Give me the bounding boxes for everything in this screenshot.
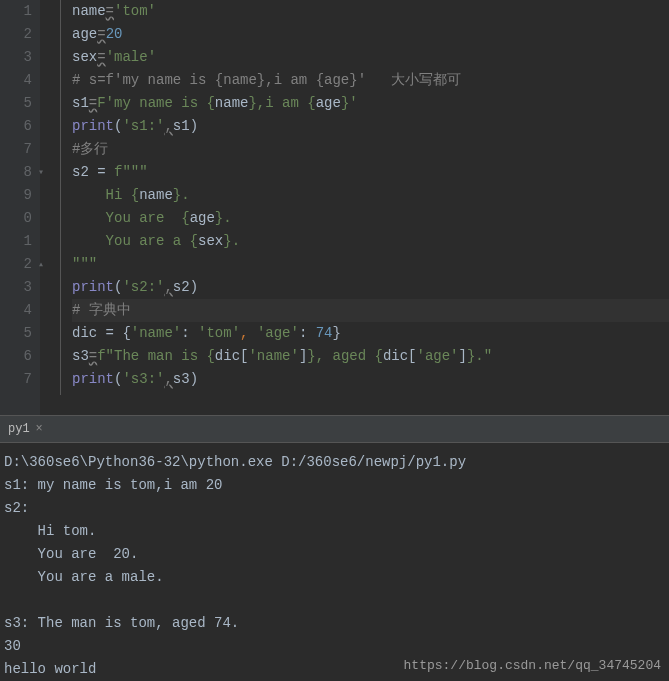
line-number: 8▾ bbox=[0, 161, 32, 184]
line-number: 5 bbox=[0, 92, 32, 115]
tab-label: py1 bbox=[8, 422, 30, 436]
line-number: 1 bbox=[0, 0, 32, 23]
code-line[interactable]: You are a {sex}. bbox=[72, 230, 669, 253]
line-number: 0 bbox=[0, 207, 32, 230]
console-tab[interactable]: py1 × bbox=[0, 416, 51, 442]
code-line[interactable]: s1=F'my name is {name},i am {age}' bbox=[72, 92, 669, 115]
line-number: 2 bbox=[0, 23, 32, 46]
code-line[interactable]: s3=f"The man is {dic['name']}, aged {dic… bbox=[72, 345, 669, 368]
console-line: You are a male. bbox=[4, 566, 665, 589]
line-number: 2▴ bbox=[0, 253, 32, 276]
line-gutter: 12345678▾9012▴34567 bbox=[0, 0, 40, 415]
console-line: 30 bbox=[4, 635, 665, 658]
console-line bbox=[4, 589, 665, 612]
code-line[interactable]: Hi {name}. bbox=[72, 184, 669, 207]
code-line[interactable]: # 字典中 bbox=[72, 299, 669, 322]
code-line[interactable]: print('s1:',s1) bbox=[72, 115, 669, 138]
code-line[interactable]: # s=f'my name is {name},i am {age}' 大小写都… bbox=[72, 69, 669, 92]
line-number: 6 bbox=[0, 345, 32, 368]
line-number: 4 bbox=[0, 69, 32, 92]
code-line[interactable]: sex='male' bbox=[72, 46, 669, 69]
console-line: s3: The man is tom, aged 74. bbox=[4, 612, 665, 635]
console-line: You are 20. bbox=[4, 543, 665, 566]
code-area[interactable]: name='tom'age=20sex='male'# s=f'my name … bbox=[40, 0, 669, 415]
code-line[interactable]: s2 = f""" bbox=[72, 161, 669, 184]
console-line: s2: bbox=[4, 497, 665, 520]
code-line[interactable]: print('s3:',s3) bbox=[72, 368, 669, 391]
console-line: Hi tom. bbox=[4, 520, 665, 543]
code-line[interactable]: print('s2:',s2) bbox=[72, 276, 669, 299]
console-tab-bar: py1 × bbox=[0, 415, 669, 443]
line-number: 7 bbox=[0, 138, 32, 161]
line-number: 3 bbox=[0, 276, 32, 299]
code-line[interactable]: name='tom' bbox=[72, 0, 669, 23]
line-number: 6 bbox=[0, 115, 32, 138]
close-icon[interactable]: × bbox=[36, 422, 43, 436]
line-number: 4 bbox=[0, 299, 32, 322]
console-line: D:\360se6\Python36-32\python.exe D:/360s… bbox=[4, 451, 665, 474]
code-line[interactable]: """ bbox=[72, 253, 669, 276]
console-line: s1: my name is tom,i am 20 bbox=[4, 474, 665, 497]
code-line[interactable]: dic = {'name': 'tom', 'age': 74} bbox=[72, 322, 669, 345]
code-line[interactable]: #多行 bbox=[72, 138, 669, 161]
line-number: 7 bbox=[0, 368, 32, 391]
line-number: 5 bbox=[0, 322, 32, 345]
code-editor[interactable]: 12345678▾9012▴34567 name='tom'age=20sex=… bbox=[0, 0, 669, 415]
code-line[interactable]: You are {age}. bbox=[72, 207, 669, 230]
line-number: 9 bbox=[0, 184, 32, 207]
code-line[interactable]: age=20 bbox=[72, 23, 669, 46]
watermark: https://blog.csdn.net/qq_34745204 bbox=[404, 658, 661, 673]
console-output[interactable]: D:\360se6\Python36-32\python.exe D:/360s… bbox=[0, 443, 669, 681]
line-number: 1 bbox=[0, 230, 32, 253]
line-number: 3 bbox=[0, 46, 32, 69]
